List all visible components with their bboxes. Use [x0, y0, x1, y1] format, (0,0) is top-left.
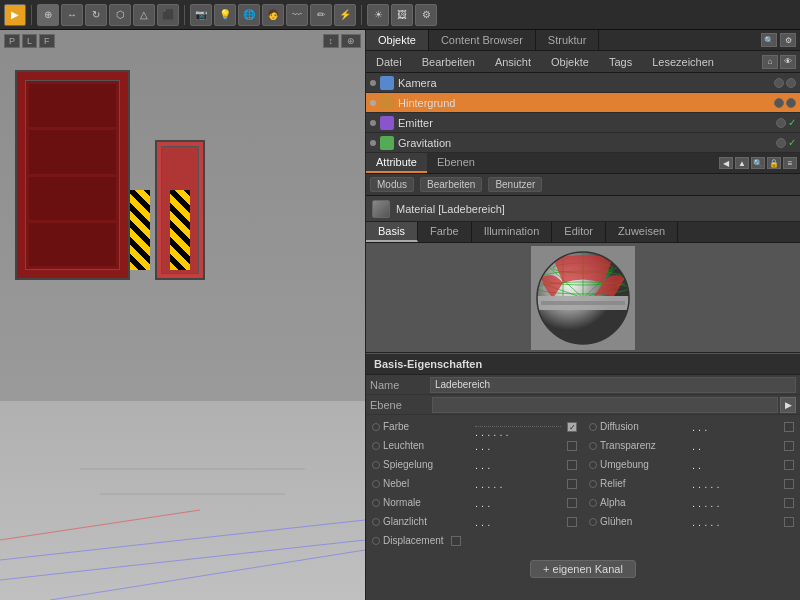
channel-check-nebel[interactable] [567, 479, 577, 489]
tool-hair[interactable]: 〰 [286, 4, 308, 26]
tool-rotate[interactable]: ↻ [85, 4, 107, 26]
tool-obj[interactable]: ⬡ [109, 4, 131, 26]
channel-dot-gluehen[interactable] [589, 518, 597, 526]
menu-ansicht[interactable]: Ansicht [489, 54, 537, 70]
channel-dot-umgebung[interactable] [589, 461, 597, 469]
obj-row-gravitation[interactable]: Gravitation ✓ [366, 133, 800, 153]
record-icon[interactable]: ▶ [4, 4, 26, 26]
tab-struktur[interactable]: Struktur [536, 30, 600, 50]
tool-dyn[interactable]: ⚡ [334, 4, 356, 26]
vis-dot2-hintergrund[interactable] [786, 98, 796, 108]
tab-content-browser[interactable]: Content Browser [429, 30, 536, 50]
tool-render[interactable]: ☀ [367, 4, 389, 26]
tool-render2[interactable]: 🖼 [391, 4, 413, 26]
vp-nav-zoom[interactable]: ⊕ [341, 34, 361, 48]
tool-cam[interactable]: 📷 [190, 4, 212, 26]
channel-check-umgebung[interactable] [784, 460, 794, 470]
channel-dot-farbe[interactable] [372, 423, 380, 431]
channel-dot-transparenz[interactable] [589, 442, 597, 450]
attr-btn-search[interactable]: 🔍 [751, 157, 765, 169]
tool-poly[interactable]: △ [133, 4, 155, 26]
menu-datei[interactable]: Datei [370, 54, 408, 70]
channel-dot-leuchten[interactable] [372, 442, 380, 450]
obj-icon-kamera [380, 76, 394, 90]
tab-basis[interactable]: Basis [366, 222, 418, 242]
tab-zuweisen[interactable]: Zuweisen [606, 222, 678, 242]
vp-nav-arrows[interactable]: ↕ [323, 34, 340, 48]
channel-dot-displacement[interactable] [372, 537, 380, 545]
attr-btn-up[interactable]: ▲ [735, 157, 749, 169]
tab-editor[interactable]: Editor [552, 222, 606, 242]
tool-move[interactable]: ⊕ [37, 4, 59, 26]
channel-dot-alpha[interactable] [589, 499, 597, 507]
channel-check-gluehen[interactable] [784, 517, 794, 527]
btn-bearbeiten[interactable]: Bearbeiten [420, 177, 482, 192]
vp-btn-persp[interactable]: P [4, 34, 20, 48]
tool-scene[interactable]: 🌐 [238, 4, 260, 26]
attr-btn-lock[interactable]: 🔒 [767, 157, 781, 169]
tab-farbe[interactable]: Farbe [418, 222, 472, 242]
prop-ebene-value[interactable] [432, 397, 778, 413]
channel-check-relief[interactable] [784, 479, 794, 489]
obj-row-hintergrund[interactable]: Hintergrund [366, 93, 800, 113]
vis-check-gravitation[interactable]: ✓ [788, 137, 796, 148]
channel-check-leuchten[interactable] [567, 441, 577, 451]
vp-btn-light[interactable]: L [22, 34, 37, 48]
obj-row-kamera[interactable]: Kamera [366, 73, 800, 93]
tool-cube[interactable]: ⬛ [157, 4, 179, 26]
btn-modus[interactable]: Modus [370, 177, 414, 192]
tab-attribute[interactable]: Attribute [366, 153, 427, 173]
channel-check-spiegelung[interactable] [567, 460, 577, 470]
menu-tags[interactable]: Tags [603, 54, 638, 70]
door-panel3 [29, 177, 116, 220]
channel-dot-relief[interactable] [589, 480, 597, 488]
tool-settings[interactable]: ⚙ [415, 4, 437, 26]
vis-dot1-emitter[interactable] [776, 118, 786, 128]
menu-lesezeichen[interactable]: Lesezeichen [646, 54, 720, 70]
obj-btn-eye[interactable]: 👁 [780, 55, 796, 69]
vis-check-emitter[interactable]: ✓ [788, 117, 796, 128]
tool-char[interactable]: 🧑 [262, 4, 284, 26]
door-panels [25, 80, 120, 270]
props-section: Basis-Eigenschaften Name Ebene ▶ [366, 353, 800, 600]
channel-dot-nebel[interactable] [372, 480, 380, 488]
tab-objekte[interactable]: Objekte [366, 30, 429, 50]
channel-gluehen: Glühen . . . . . [583, 512, 800, 531]
attr-btn-menu[interactable]: ≡ [783, 157, 797, 169]
channel-check-transparenz[interactable] [784, 441, 794, 451]
add-channel-button[interactable]: + eigenen Kanal [530, 560, 636, 578]
vis-dot1-kamera[interactable] [774, 78, 784, 88]
channel-check-normale[interactable] [567, 498, 577, 508]
viewport[interactable]: P L F ↕ ⊕ [0, 30, 365, 600]
channel-check-glanzlicht[interactable] [567, 517, 577, 527]
channel-check-farbe[interactable]: ✓ [567, 422, 577, 432]
panel-btn-search[interactable]: 🔍 [761, 33, 777, 47]
channel-dot-glanzlicht[interactable] [372, 518, 380, 526]
btn-benutzer[interactable]: Benutzer [488, 177, 542, 192]
vis-dot2-kamera[interactable] [786, 78, 796, 88]
channel-dot-normale[interactable] [372, 499, 380, 507]
vis-dot1-hintergrund[interactable] [774, 98, 784, 108]
obj-row-emitter[interactable]: Emitter ✓ [366, 113, 800, 133]
tool-scale[interactable]: ↔ [61, 4, 83, 26]
obj-btn-home[interactable]: ⌂ [762, 55, 778, 69]
menu-objekte[interactable]: Objekte [545, 54, 595, 70]
channel-dot-diffusion[interactable] [589, 423, 597, 431]
channel-check-displacement[interactable] [451, 536, 461, 546]
tab-ebenen[interactable]: Ebenen [427, 153, 485, 173]
tool-light[interactable]: 💡 [214, 4, 236, 26]
channel-check-alpha[interactable] [784, 498, 794, 508]
warning-stripe1 [130, 190, 150, 270]
vis-dot1-gravitation[interactable] [776, 138, 786, 148]
ebene-arrow-btn[interactable]: ▶ [780, 397, 796, 413]
section-header-basis: Basis-Eigenschaften [366, 353, 800, 375]
menu-bearbeiten[interactable]: Bearbeiten [416, 54, 481, 70]
tool-sketch[interactable]: ✏ [310, 4, 332, 26]
attr-btn-back[interactable]: ◀ [719, 157, 733, 169]
tab-illumination[interactable]: Illumination [472, 222, 553, 242]
panel-btn-settings[interactable]: ⚙ [780, 33, 796, 47]
prop-name-input[interactable] [430, 377, 796, 393]
vp-btn-filter[interactable]: F [39, 34, 55, 48]
channel-dot-spiegelung[interactable] [372, 461, 380, 469]
channel-check-diffusion[interactable] [784, 422, 794, 432]
